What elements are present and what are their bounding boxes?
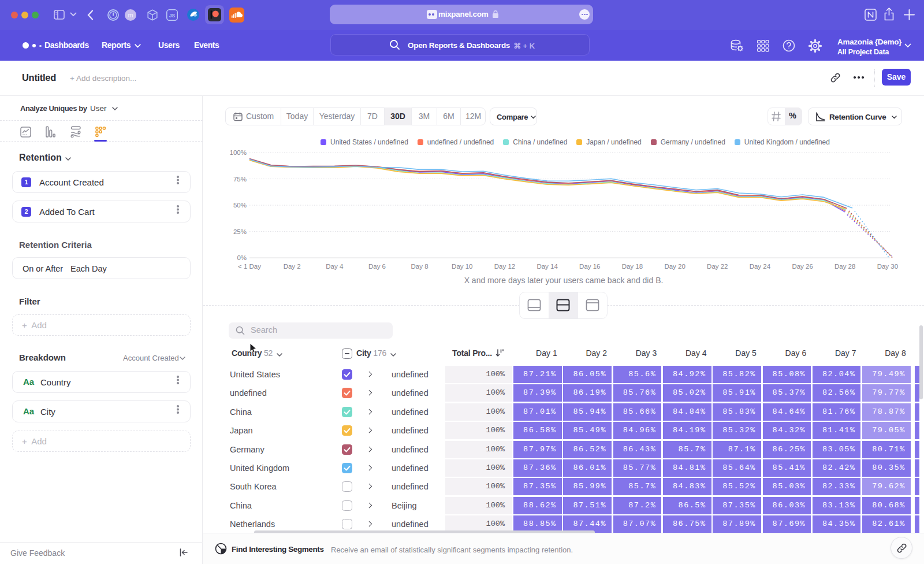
svg-text:Day 22: Day 22 <box>707 263 728 270</box>
svg-text:Day 10: Day 10 <box>452 263 472 270</box>
svg-text:100%: 100% <box>230 149 247 156</box>
svg-text:25%: 25% <box>233 228 247 235</box>
svg-text:Day 20: Day 20 <box>664 263 685 270</box>
svg-text:75%: 75% <box>233 176 247 183</box>
svg-text:0%: 0% <box>237 254 247 261</box>
svg-text:Day 16: Day 16 <box>579 263 600 270</box>
svg-text:Day 8: Day 8 <box>411 263 429 270</box>
svg-text:Day 26: Day 26 <box>792 263 813 270</box>
svg-text:Day 12: Day 12 <box>494 263 515 270</box>
svg-text:Day 24: Day 24 <box>750 263 771 270</box>
svg-text:Day 6: Day 6 <box>368 263 386 270</box>
svg-text:Day 2: Day 2 <box>284 263 301 270</box>
svg-text:< 1 Day: < 1 Day <box>238 263 261 270</box>
svg-text:Day 4: Day 4 <box>326 263 344 270</box>
svg-text:50%: 50% <box>233 202 247 209</box>
svg-text:m: m <box>128 12 133 18</box>
svg-text:Day 30: Day 30 <box>877 263 898 270</box>
svg-text:Day 18: Day 18 <box>622 263 643 270</box>
svg-text:JS: JS <box>169 13 176 18</box>
svg-text:Day 14: Day 14 <box>536 263 558 270</box>
svg-text:Day 28: Day 28 <box>834 263 855 270</box>
